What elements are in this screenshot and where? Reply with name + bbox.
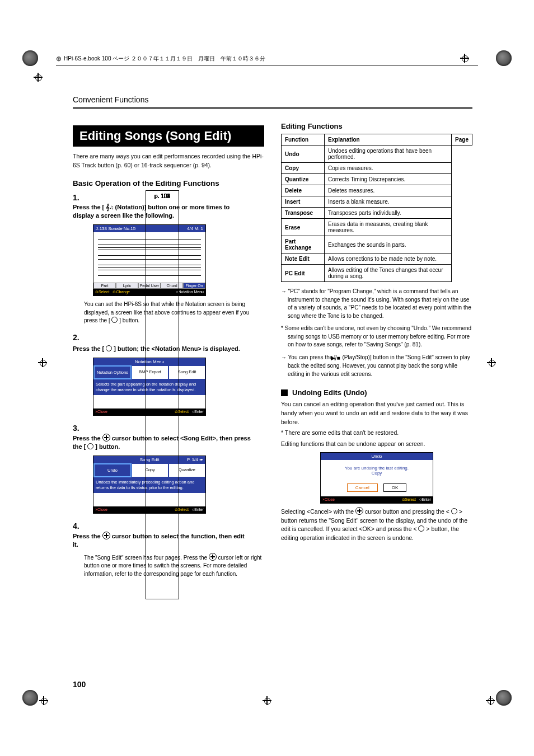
running-head: Convenient Functions — [73, 95, 472, 109]
circle-icon — [111, 317, 118, 323]
list-item: * Some edits can't be undone, not even b… — [281, 325, 472, 349]
step-number: 2. — [73, 333, 84, 342]
step-number: 1. — [73, 193, 84, 202]
registration-mark-icon — [38, 358, 47, 367]
th-explanation: Explanation — [325, 134, 452, 145]
ss1-title-left: J-138 Sonate No.15 — [96, 226, 135, 231]
binder-ring-icon — [22, 50, 38, 66]
cursor-dpad-icon — [102, 434, 110, 442]
section-title: Editing Songs (Song Edit) — [73, 125, 264, 147]
cursor-dpad-icon — [209, 553, 217, 561]
cursor-dpad-icon — [102, 532, 110, 539]
print-header: ⊕ HPi-6S-e.book 100 ページ ２００７年１１月１９日 月曜日 … — [56, 55, 478, 65]
table-row: DeleteDeletes measures.p. 102 — [282, 185, 472, 196]
play-stop-icon: ▶/■ — [338, 354, 341, 363]
circle-icon — [106, 345, 112, 351]
th-page: Page — [452, 134, 472, 145]
list-item: → "PC" stands for "Program Change," whic… — [281, 288, 472, 320]
registration-mark-icon — [263, 696, 271, 705]
cancel-button: Cancel — [347, 483, 378, 492]
table-row: Part ExchangeExchanges the sounds in par… — [282, 236, 472, 253]
print-header-text: HPi-6S-e.book 100 ページ ２００７年１１月１９日 月曜日 午前… — [64, 55, 265, 62]
undo-star-note: * There are some edits that can't be res… — [281, 429, 472, 438]
table-row: UndoUndoes editing operations that have … — [282, 145, 472, 163]
table-row: EraseErases data in measures, creating b… — [282, 219, 472, 236]
registration-mark-icon — [487, 358, 496, 367]
table-row: QuantizeCorrects Timing Discrepancies.p.… — [282, 174, 472, 185]
step-number: 4. — [73, 522, 84, 530]
ok-button: OK — [383, 483, 407, 492]
basic-operation-heading: Basic Operation of the Editing Functions — [73, 179, 264, 187]
square-bullet-icon — [281, 389, 288, 396]
table-row: CopyCopies measures.p. 101 — [282, 163, 472, 174]
table-row: InsertInserts a blank measure.p. 102 — [282, 196, 472, 208]
circle-icon — [451, 508, 457, 514]
circle-icon — [418, 525, 424, 532]
editing-functions-table: Function Explanation Page UndoUndoes edi… — [281, 134, 472, 282]
notes-list: → "PC" stands for "Program Change," whic… — [281, 288, 472, 378]
editing-functions-heading: Editing Functions — [281, 122, 472, 130]
table-row: PC EditAllows editing of the Tones chang… — [282, 265, 472, 282]
undo-heading: Undoing Edits (Undo) — [292, 388, 367, 397]
binder-ring-icon — [496, 50, 512, 66]
undo-closing: Selecting <Cancel> with the cursor butto… — [281, 507, 472, 543]
notation-icon: 𝄞♫ — [106, 203, 113, 212]
list-item: → You can press the [ ▶/■ (Play/Stop)] b… — [281, 354, 472, 379]
undo-para2: Editing functions that can be undone app… — [281, 440, 472, 449]
undo-dialog-screenshot: Undo You are undoing the last editing. C… — [320, 452, 433, 504]
arrow-icon: ⊕ — [56, 55, 62, 63]
step-number: 3. — [73, 424, 84, 433]
undo-para: You can cancel an editing operation that… — [281, 400, 472, 426]
page-number: 100 — [73, 680, 86, 689]
registration-mark-icon — [39, 696, 48, 705]
intro-text: There are many ways you can edit perform… — [73, 152, 264, 170]
table-row: TransposeTransposes parts individually.p… — [282, 208, 472, 219]
registration-mark-icon — [486, 696, 495, 705]
th-function: Function — [282, 134, 325, 145]
ss1-title-right: 4/4 M: 1 — [187, 226, 203, 231]
table-row: Note EditAllows corrections to be made n… — [282, 253, 472, 265]
cursor-dpad-icon — [355, 507, 363, 515]
circle-icon — [87, 443, 93, 449]
registration-mark-icon — [34, 73, 43, 82]
